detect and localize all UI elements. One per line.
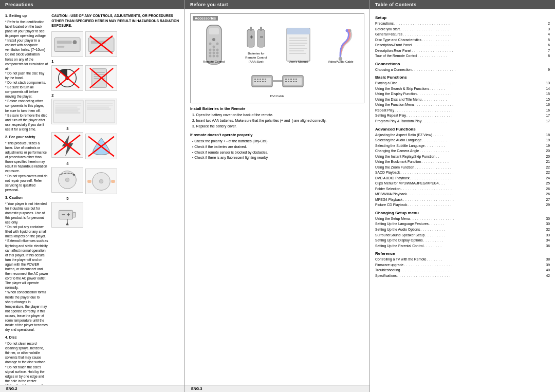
img-dvd-player [51,31,83,57]
svg-rect-89 [262,79,264,80]
toc-item: Adjusting the Aspect Ratio (EZ View) . .… [375,133,550,138]
toc-item: Playing a Disc . . . . . . . . . . . . .… [375,81,550,86]
svg-rect-91 [254,81,256,82]
svg-rect-93 [260,81,261,82]
precautions-header: Precautions [0,0,184,9]
svg-rect-65 [250,27,252,31]
accessory-batteries-img [242,23,270,51]
toc-title-basic: Basic Functions [375,75,550,80]
toc-item: Setting Repeat Play . . . . . . . . . . … [375,113,550,119]
section-1-text: * Refer to the identification label loca… [5,20,48,132]
svg-point-53 [216,43,218,45]
img-radiation-warning [51,65,83,91]
remote-operate-section: If remote doesn't operate properly • Che… [190,133,364,161]
accessory-manual: User's Manual [284,31,312,64]
toc-item: Using the Zoom Function . . . . . . . . … [375,165,550,171]
svg-rect-102 [295,79,297,80]
section-4-text: * Do not clean record-cleaning sprays, b… [5,341,48,385]
toc-content: Setup Precautions . . . . . . . . . . . … [370,9,555,392]
accessory-batteries-label: Batteries forRemote Control(AAA Size) [245,52,267,64]
toc-item: Using the Disc and Title Menu . . . . . … [375,97,550,103]
toc-item: Selecting the Subtitle Language . . . . … [375,143,550,149]
img-row-5: 5 [51,196,179,228]
accessory-batteries: Batteries forRemote Control(AAA Size) [242,23,270,64]
section-1-title: 1. Setting up [5,13,48,18]
accessory-manual-img [284,31,312,59]
toc-title-setup-menu: Changing Setup menu [375,211,550,215]
svg-rect-50 [209,28,219,34]
before-footer: ENG-3 [185,385,369,392]
toc-item: DVD AUDIO Playback . . . . . . . . . . .… [375,176,550,181]
svg-point-55 [209,49,211,51]
svg-point-40 [99,179,103,183]
svg-rect-103 [285,81,287,82]
section-3-title: 3. Caution [5,195,48,200]
section-3-text: * Your player is not intended for indust… [5,201,48,332]
img-row-1 [51,31,179,57]
svg-point-57 [216,49,218,51]
img-battery-disposal [51,202,83,228]
img-spec-sheet [51,99,117,124]
accessory-dvi-label: DVI Cable [270,95,284,99]
toc-section-setup-menu: Changing Setup menu Using the Setup Menu… [375,211,550,249]
svg-rect-26 [85,100,115,122]
svg-point-54 [212,46,215,48]
toc-item: Folder Selection . . . . . . . . . . . .… [375,186,550,192]
svg-rect-66 [257,29,265,47]
svg-rect-0 [54,38,80,51]
toc-item: Specifications . . . . . . . . . . . . .… [375,273,550,279]
toc-item: Setting Up the Display Options . . . . .… [375,238,550,244]
accessories-row-1: Remote Control [193,23,362,64]
svg-rect-64 [247,29,254,47]
toc-item: Troubleshooting . . . . . . . . . . . . … [375,268,550,273]
svg-rect-107 [295,81,297,82]
img-label-1: 1 [51,59,179,64]
accessory-remote-img [200,31,228,59]
svg-point-52 [209,43,211,45]
accessory-remote: Remote Control [200,31,228,64]
section-2-text: * This product utilizes a laser. Use of … [5,141,48,192]
img-row-3: 3 [51,126,179,159]
toc-title-advanced: Advanced Functions [375,127,550,132]
svg-rect-86 [254,79,256,80]
svg-rect-19 [54,100,84,122]
before-content: Accessories [185,9,369,385]
img-no-hand [85,31,117,57]
before-header: Before you start [185,0,369,9]
precautions-footer: ENG-2 [0,385,184,392]
svg-rect-100 [290,79,292,80]
toc-section-basic: Basic Functions Playing a Disc . . . . .… [375,75,550,124]
panel-precautions: Precautions 1. Setting up * Refer to the… [0,0,185,392]
toc-item: Using the Function Menu . . . . . . . . … [375,102,550,108]
toc-item: Surround Sound Speaker Setup . . . . . .… [375,233,550,238]
img-disc-clean [51,167,83,193]
footer-eng3: ENG-3 [191,387,202,390]
svg-point-56 [212,49,215,51]
precautions-content: 1. Setting up * Refer to the identificat… [0,9,184,385]
panel-before: Before you start Accessories [185,0,370,392]
toc-item: Setting Up the Language Features . . . .… [375,221,550,227]
toc-section-advanced: Advanced Functions Adjusting the Aspect … [375,127,550,208]
footer-eng2: ENG-2 [6,387,17,390]
svg-point-63 [216,55,218,58]
svg-point-51 [212,38,215,41]
accessory-av-cable-label: Video/Audio Cable [328,60,354,64]
caution-box: CAUTION : USE OF ANY CONTROLS, ADJUSTMEN… [51,13,179,28]
toc-item: Repeat Play . . . . . . . . . . . . . . … [375,108,550,114]
svg-point-37 [65,178,69,182]
svg-point-59 [212,52,215,54]
accessory-remote-label: Remote Control [203,60,225,64]
svg-rect-67 [260,27,262,31]
section-2-title: 2. For your safety [5,135,48,140]
accessory-manual-label: User's Manual [289,60,308,64]
img-caution-warning-3a [51,132,83,158]
toc-item: Disc Type and Characteristics . . . . . … [375,38,550,43]
svg-rect-90 [265,79,266,80]
svg-point-58 [209,52,211,54]
toc-item: Changing the Camera Angle . . . . . . . … [375,148,550,154]
toc-item: Clips Menu for MP3/WMA/JPEG/MPEG4 . . .2… [375,181,550,186]
precautions-body: 1. Setting up * Refer to the identificat… [5,13,179,381]
toc-item: Using the Search & Skip Functions . . . … [375,86,550,92]
remote-title: If remote doesn't operate properly [190,133,364,137]
section-4-title: 4. Disc [5,335,48,340]
